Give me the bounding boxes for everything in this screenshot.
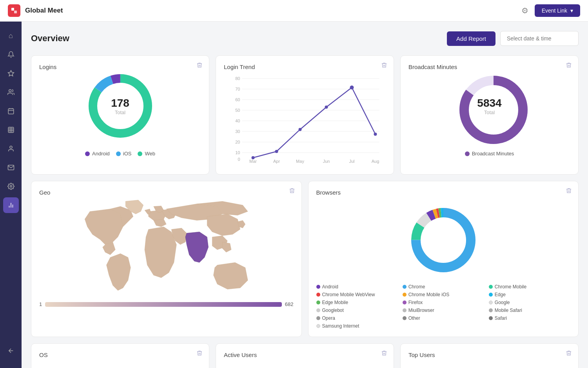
svg-rect-0 [11,8,14,11]
geo-card: Geo [31,181,302,337]
browser-legend-googlebot: Googlebot [316,308,398,313]
svg-marker-2 [8,71,14,76]
app-title: Global Meet [25,7,521,15]
active-users-card: Active Users [216,343,394,368]
svg-text:Jul: Jul [349,159,354,164]
logins-card-title: Logins [39,64,56,70]
svg-point-45 [252,156,255,159]
browser-legend-firefox: Firefox [403,300,484,305]
geo-delete-button[interactable] [289,188,295,195]
map-svg [39,196,294,298]
os-delete-button[interactable] [196,350,203,358]
page-title: Overview [31,33,447,44]
event-link-button[interactable]: Event Link ▾ [535,4,580,17]
svg-text:May: May [296,159,304,164]
geo-scale-min: 1 [39,301,42,307]
page-header: Overview Add Report [31,31,579,46]
sidebar-back[interactable] [3,343,19,362]
top-users-delete-button[interactable] [566,350,572,358]
web-dot [138,151,142,156]
sidebar-item-mail[interactable] [3,160,19,175]
cards-row-2: Geo [31,181,579,337]
logins-donut-center: 178 Total [111,97,129,115]
logins-delete-button[interactable] [196,62,203,70]
svg-text:Aug: Aug [372,159,379,164]
add-report-button[interactable]: Add Report [447,31,495,46]
svg-text:20: 20 [235,140,240,144]
svg-rect-8 [8,127,14,133]
svg-point-47 [299,128,302,131]
date-input[interactable] [500,31,579,46]
sidebar-item-chart[interactable] [3,197,19,213]
svg-text:30: 30 [235,129,240,134]
svg-text:0: 0 [238,157,240,162]
svg-point-48 [325,106,328,109]
sidebar-item-users[interactable] [3,84,19,100]
svg-text:80: 80 [235,76,240,81]
browser-legend-opera: Opera [316,315,398,321]
browsers-donut-svg [404,201,483,279]
app-logo [8,4,20,17]
sidebar-item-home[interactable]: ⌂ [3,28,19,44]
svg-text:40: 40 [235,118,240,123]
browser-legend-safari: Safari [489,315,570,321]
browser-legend-chrome-mobile: Chrome Mobile [489,284,570,290]
geo-scale-max: 682 [285,301,294,307]
svg-text:Jun: Jun [323,159,330,164]
top-users-title: Top Users [408,352,435,358]
browser-legend-samsung: Samsung Internet [316,323,398,329]
login-trend-delete-button[interactable] [381,62,387,70]
browser-legend-other: Other [403,315,484,321]
main-content: Overview Add Report Logins [22,22,588,368]
logins-donut-wrapper: 178 Total [85,71,156,141]
browser-legend-mobile-safari: Mobile Safari [489,308,570,313]
svg-text:Mar: Mar [249,159,257,164]
browser-legend-google: Google [489,300,570,305]
browser-legend-android: Android [316,284,398,290]
browser-legend-edge-mobile: Edge Mobile [316,300,398,305]
svg-point-14 [10,186,12,188]
sidebar-item-calendar[interactable] [3,103,19,119]
broadcast-dot [465,151,470,156]
svg-point-13 [10,146,12,148]
legend-item-broadcast-minutes: Broadcast Minutes [465,151,514,157]
top-nav: Global Meet ⚙ Event Link ▾ [0,0,588,22]
active-users-title: Active Users [224,352,257,358]
svg-text:Apr: Apr [273,159,280,164]
cards-row-3: OS Active Users Top Users [31,343,579,368]
world-map [39,196,294,298]
login-trend-title: Login Trend [224,64,255,70]
browsers-delete-button[interactable] [566,188,572,195]
svg-text:60: 60 [235,97,240,102]
broadcast-donut-container: 5834 Total Broadcast Minutes [408,71,570,157]
sidebar-item-star[interactable] [3,66,19,81]
legend-item-android: Android [85,151,110,157]
logins-legend: Android iOS Web [85,151,155,157]
svg-text:70: 70 [235,87,240,91]
sidebar-item-settings[interactable] [3,179,19,194]
sidebar-item-bell[interactable] [3,47,19,62]
browsers-donut-area [316,201,571,279]
browsers-title: Browsers [316,189,341,196]
cards-row-1: Logins 178 Total [31,55,579,175]
broadcast-title: Broadcast Minutes [408,64,457,70]
os-card-title: OS [39,352,48,358]
login-trend-card: Login Trend 80 70 60 50 40 30 [216,55,394,175]
sidebar-item-table[interactable] [3,122,19,138]
back-icon[interactable] [3,343,19,359]
browser-legend-chrome-mobile-webview: Chrome Mobile WebView [316,292,398,297]
sidebar: ⌂ [0,22,22,368]
android-dot [85,151,90,156]
active-users-delete-button[interactable] [381,350,387,358]
nav-right: ⚙ Event Link ▾ [521,4,580,17]
browser-legend-chrome-mobile-ios: Chrome Mobile iOS [403,292,484,297]
settings-button[interactable]: ⚙ [521,6,528,15]
top-users-card: Top Users [400,343,579,368]
broadcast-delete-button[interactable] [566,62,572,70]
logins-card: Logins 178 Total [31,55,209,175]
browsers-card: Browsers [308,181,579,337]
geo-scale: 1 682 [39,301,294,307]
browser-legend-edge: Edge [489,292,570,297]
sidebar-item-people[interactable] [3,141,19,157]
browser-legend-chrome: Chrome [403,284,484,290]
